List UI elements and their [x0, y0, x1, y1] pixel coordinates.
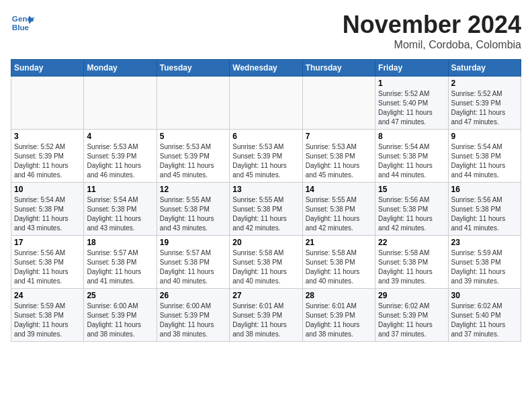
calendar-cell: 29Sunrise: 6:02 AM Sunset: 5:39 PM Dayli… — [375, 289, 448, 342]
day-info: Sunrise: 5:59 AM Sunset: 5:38 PM Dayligh… — [451, 248, 518, 286]
calendar-cell: 5Sunrise: 5:53 AM Sunset: 5:39 PM Daylig… — [157, 130, 229, 183]
weekday-header-row: SundayMondayTuesdayWednesdayThursdayFrid… — [11, 60, 521, 77]
calendar-cell: 13Sunrise: 5:55 AM Sunset: 5:38 PM Dayli… — [230, 183, 302, 236]
day-number: 5 — [160, 132, 226, 141]
day-info: Sunrise: 5:54 AM Sunset: 5:38 PM Dayligh… — [87, 195, 153, 233]
calendar-cell: 26Sunrise: 6:00 AM Sunset: 5:39 PM Dayli… — [157, 289, 229, 342]
calendar-cell — [157, 77, 229, 130]
calendar-cell: 27Sunrise: 6:01 AM Sunset: 5:39 PM Dayli… — [230, 289, 302, 342]
logo: General Blue — [11, 11, 35, 35]
day-number: 12 — [160, 185, 226, 194]
title-block: November 2024 Momil, Cordoba, Colombia — [343, 11, 521, 51]
day-number: 26 — [160, 291, 226, 300]
day-info: Sunrise: 6:01 AM Sunset: 5:39 PM Dayligh… — [306, 302, 372, 339]
day-number: 18 — [87, 238, 153, 247]
day-info: Sunrise: 5:59 AM Sunset: 5:38 PM Dayligh… — [14, 302, 81, 339]
calendar-week-4: 24Sunrise: 5:59 AM Sunset: 5:38 PM Dayli… — [11, 289, 521, 342]
calendar-subtitle: Momil, Cordoba, Colombia — [343, 39, 521, 51]
weekday-header-wednesday: Wednesday — [230, 60, 302, 77]
day-info: Sunrise: 5:53 AM Sunset: 5:38 PM Dayligh… — [306, 142, 372, 180]
day-info: Sunrise: 5:54 AM Sunset: 5:38 PM Dayligh… — [451, 142, 518, 180]
day-number: 30 — [451, 291, 518, 300]
weekday-header-friday: Friday — [375, 60, 448, 77]
day-number: 14 — [306, 185, 372, 194]
calendar-cell — [11, 77, 84, 130]
calendar-cell: 4Sunrise: 5:53 AM Sunset: 5:39 PM Daylig… — [84, 130, 157, 183]
calendar-cell: 16Sunrise: 5:56 AM Sunset: 5:38 PM Dayli… — [448, 183, 521, 236]
weekday-header-sunday: Sunday — [11, 60, 84, 77]
calendar-cell: 20Sunrise: 5:58 AM Sunset: 5:38 PM Dayli… — [230, 236, 302, 289]
calendar-cell: 7Sunrise: 5:53 AM Sunset: 5:38 PM Daylig… — [302, 130, 375, 183]
day-info: Sunrise: 6:02 AM Sunset: 5:40 PM Dayligh… — [451, 302, 518, 339]
calendar-week-1: 3Sunrise: 5:52 AM Sunset: 5:39 PM Daylig… — [11, 130, 521, 183]
day-number: 11 — [87, 185, 153, 194]
calendar-cell: 25Sunrise: 6:00 AM Sunset: 5:39 PM Dayli… — [84, 289, 157, 342]
day-info: Sunrise: 5:55 AM Sunset: 5:38 PM Dayligh… — [232, 195, 299, 233]
day-number: 20 — [232, 238, 299, 247]
day-number: 17 — [14, 238, 81, 247]
svg-text:Blue: Blue — [12, 23, 30, 32]
day-number: 3 — [14, 132, 81, 141]
calendar-cell: 9Sunrise: 5:54 AM Sunset: 5:38 PM Daylig… — [448, 130, 521, 183]
calendar-cell: 28Sunrise: 6:01 AM Sunset: 5:39 PM Dayli… — [302, 289, 375, 342]
calendar-cell: 15Sunrise: 5:56 AM Sunset: 5:38 PM Dayli… — [375, 183, 448, 236]
day-number: 2 — [451, 79, 518, 88]
weekday-header-tuesday: Tuesday — [157, 60, 229, 77]
weekday-header-saturday: Saturday — [448, 60, 521, 77]
day-number: 24 — [14, 291, 81, 300]
calendar-cell: 8Sunrise: 5:54 AM Sunset: 5:38 PM Daylig… — [375, 130, 448, 183]
calendar-cell: 14Sunrise: 5:55 AM Sunset: 5:38 PM Dayli… — [302, 183, 375, 236]
day-number: 22 — [378, 238, 445, 247]
calendar-cell — [230, 77, 302, 130]
calendar-cell: 19Sunrise: 5:57 AM Sunset: 5:38 PM Dayli… — [157, 236, 229, 289]
day-number: 8 — [378, 132, 445, 141]
day-info: Sunrise: 6:02 AM Sunset: 5:39 PM Dayligh… — [378, 302, 445, 339]
day-number: 27 — [232, 291, 299, 300]
calendar-cell — [302, 77, 375, 130]
day-info: Sunrise: 5:56 AM Sunset: 5:38 PM Dayligh… — [14, 248, 81, 286]
day-info: Sunrise: 5:53 AM Sunset: 5:39 PM Dayligh… — [232, 142, 299, 180]
day-info: Sunrise: 5:58 AM Sunset: 5:38 PM Dayligh… — [306, 248, 372, 286]
weekday-header-monday: Monday — [84, 60, 157, 77]
calendar-week-2: 10Sunrise: 5:54 AM Sunset: 5:38 PM Dayli… — [11, 183, 521, 236]
day-number: 23 — [451, 238, 518, 247]
calendar-cell: 6Sunrise: 5:53 AM Sunset: 5:39 PM Daylig… — [230, 130, 302, 183]
day-info: Sunrise: 5:53 AM Sunset: 5:39 PM Dayligh… — [87, 142, 153, 180]
calendar-cell: 23Sunrise: 5:59 AM Sunset: 5:38 PM Dayli… — [448, 236, 521, 289]
day-number: 9 — [451, 132, 518, 141]
day-info: Sunrise: 5:56 AM Sunset: 5:38 PM Dayligh… — [451, 195, 518, 233]
calendar-cell: 2Sunrise: 5:52 AM Sunset: 5:39 PM Daylig… — [448, 77, 521, 130]
calendar-cell: 1Sunrise: 5:52 AM Sunset: 5:40 PM Daylig… — [375, 77, 448, 130]
day-number: 7 — [306, 132, 372, 141]
day-info: Sunrise: 5:55 AM Sunset: 5:38 PM Dayligh… — [306, 195, 372, 233]
day-info: Sunrise: 5:55 AM Sunset: 5:38 PM Dayligh… — [160, 195, 226, 233]
calendar-cell: 30Sunrise: 6:02 AM Sunset: 5:40 PM Dayli… — [448, 289, 521, 342]
day-number: 6 — [232, 132, 299, 141]
calendar-cell: 10Sunrise: 5:54 AM Sunset: 5:38 PM Dayli… — [11, 183, 84, 236]
day-info: Sunrise: 5:52 AM Sunset: 5:39 PM Dayligh… — [451, 89, 518, 127]
day-number: 13 — [232, 185, 299, 194]
calendar-week-3: 17Sunrise: 5:56 AM Sunset: 5:38 PM Dayli… — [11, 236, 521, 289]
calendar-cell: 12Sunrise: 5:55 AM Sunset: 5:38 PM Dayli… — [157, 183, 229, 236]
calendar-cell: 18Sunrise: 5:57 AM Sunset: 5:38 PM Dayli… — [84, 236, 157, 289]
day-number: 28 — [306, 291, 372, 300]
day-info: Sunrise: 5:58 AM Sunset: 5:38 PM Dayligh… — [378, 248, 445, 286]
calendar-cell: 21Sunrise: 5:58 AM Sunset: 5:38 PM Dayli… — [302, 236, 375, 289]
day-number: 29 — [378, 291, 445, 300]
calendar-cell: 3Sunrise: 5:52 AM Sunset: 5:39 PM Daylig… — [11, 130, 84, 183]
day-number: 4 — [87, 132, 153, 141]
calendar-week-0: 1Sunrise: 5:52 AM Sunset: 5:40 PM Daylig… — [11, 77, 521, 130]
page-header: General Blue November 2024 Momil, Cordob… — [11, 11, 521, 51]
day-number: 15 — [378, 185, 445, 194]
day-info: Sunrise: 6:00 AM Sunset: 5:39 PM Dayligh… — [87, 302, 153, 339]
calendar-table: SundayMondayTuesdayWednesdayThursdayFrid… — [11, 59, 521, 342]
calendar-cell: 24Sunrise: 5:59 AM Sunset: 5:38 PM Dayli… — [11, 289, 84, 342]
day-info: Sunrise: 5:57 AM Sunset: 5:38 PM Dayligh… — [160, 248, 226, 286]
day-number: 10 — [14, 185, 81, 194]
day-number: 19 — [160, 238, 226, 247]
weekday-header-thursday: Thursday — [302, 60, 375, 77]
day-info: Sunrise: 6:01 AM Sunset: 5:39 PM Dayligh… — [232, 302, 299, 339]
day-info: Sunrise: 5:52 AM Sunset: 5:40 PM Dayligh… — [378, 89, 445, 127]
day-number: 1 — [378, 79, 445, 88]
day-info: Sunrise: 5:56 AM Sunset: 5:38 PM Dayligh… — [378, 195, 445, 233]
